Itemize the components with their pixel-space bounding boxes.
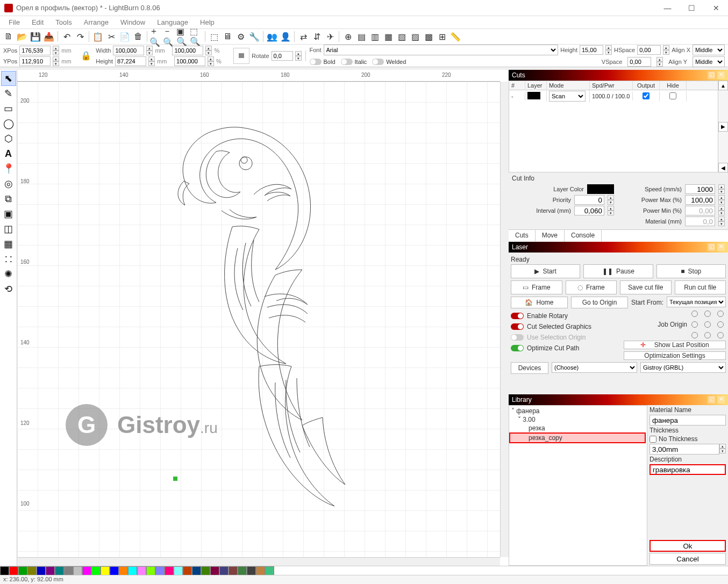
- menu-arrange[interactable]: Arrange: [78, 17, 114, 27]
- center-icon[interactable]: ⊕: [341, 30, 354, 43]
- frame-rect-button[interactable]: ▭Frame: [511, 280, 562, 294]
- measure-icon[interactable]: 📏: [449, 30, 462, 43]
- ok-button[interactable]: Ok: [650, 540, 726, 552]
- tab-cuts[interactable]: Cuts: [509, 230, 536, 242]
- palette-color[interactable]: [91, 566, 101, 575]
- layer-left-button[interactable]: ◀: [718, 163, 728, 172]
- palette-color[interactable]: [155, 566, 165, 575]
- menu-tools[interactable]: Tools: [50, 17, 77, 27]
- palette-color[interactable]: [201, 566, 210, 575]
- anchor-grid[interactable]: [233, 48, 249, 64]
- weld-tool-icon[interactable]: ▣: [1, 206, 16, 221]
- panel-close-icon[interactable]: ✕: [717, 71, 725, 79]
- palette-color[interactable]: [238, 566, 247, 575]
- cuts-row[interactable]: - Scan 1000.0 / 100.0: [509, 90, 718, 102]
- xpos-up[interactable]: ▴: [53, 46, 59, 51]
- zoom-out-icon[interactable]: －🔍: [163, 30, 176, 43]
- library-header[interactable]: Library ◱✕: [509, 394, 728, 405]
- ypos-up[interactable]: ▴: [53, 56, 59, 61]
- align-t-icon[interactable]: ▧: [395, 30, 408, 43]
- height-pct-input[interactable]: [174, 56, 205, 66]
- hspace-input[interactable]: [637, 45, 661, 55]
- marker-tool-icon[interactable]: 📍: [1, 161, 16, 176]
- alignx-select[interactable]: Middle: [693, 45, 725, 55]
- show-last-button[interactable]: ✛ Show Last Position: [624, 341, 726, 349]
- palette-color[interactable]: [0, 566, 9, 575]
- xpos-dn[interactable]: ▾: [53, 51, 59, 55]
- mode-select[interactable]: Scan: [549, 91, 586, 102]
- palette-color[interactable]: [165, 566, 174, 575]
- thickness-input[interactable]: [650, 444, 719, 455]
- no-thickness-checkbox[interactable]: [650, 436, 656, 443]
- palette-color[interactable]: [27, 566, 37, 575]
- palette-color[interactable]: [9, 566, 18, 575]
- palette-color[interactable]: [82, 566, 91, 575]
- material-input[interactable]: [685, 217, 715, 226]
- welded-toggle[interactable]: [372, 59, 384, 65]
- tree-root[interactable]: ˅ фанера: [510, 407, 646, 415]
- enable-rotary-toggle[interactable]: [511, 313, 524, 319]
- xpos-input[interactable]: [19, 46, 51, 55]
- palette-color[interactable]: [101, 566, 110, 575]
- palette-color[interactable]: [183, 566, 192, 575]
- flip-v-icon[interactable]: ⇵: [310, 30, 323, 43]
- send-icon[interactable]: ✈: [324, 30, 337, 43]
- new-icon[interactable]: 🗎: [2, 30, 15, 43]
- panel-close-icon[interactable]: ✕: [717, 396, 725, 403]
- palette-color[interactable]: [73, 566, 82, 575]
- layer-color-swatch[interactable]: [587, 184, 614, 194]
- frame-circ-button[interactable]: ◌Frame: [566, 280, 617, 294]
- layer-right-button[interactable]: ▶: [718, 122, 728, 132]
- mat-name-input[interactable]: [650, 415, 726, 426]
- text-tool-icon[interactable]: A: [1, 146, 16, 161]
- cut-selected-toggle[interactable]: [511, 323, 524, 330]
- bold-toggle[interactable]: [310, 59, 322, 65]
- aligny-select[interactable]: Middle: [693, 56, 725, 67]
- menu-edit[interactable]: Edit: [26, 17, 49, 27]
- align-l-icon[interactable]: ▤: [355, 30, 368, 43]
- panel-undock-icon[interactable]: ◱: [708, 396, 715, 403]
- ypos-dn[interactable]: ▾: [53, 61, 59, 66]
- output-checkbox[interactable]: [643, 92, 650, 99]
- save-icon[interactable]: 💾: [29, 30, 42, 43]
- close-button[interactable]: ✕: [704, 0, 728, 16]
- select-tool-icon[interactable]: ⬉: [1, 71, 16, 86]
- palette-color[interactable]: [64, 566, 73, 575]
- maximize-button[interactable]: ☐: [680, 0, 704, 16]
- palette-color[interactable]: [229, 566, 238, 575]
- palette-color[interactable]: [256, 566, 265, 575]
- palette-color[interactable]: [128, 566, 137, 575]
- polygon-tool-icon[interactable]: ⬡: [1, 131, 16, 146]
- tab-move[interactable]: Move: [536, 230, 565, 242]
- palette-color[interactable]: [46, 566, 55, 575]
- tree-leaf-2[interactable]: резка_copy: [509, 432, 646, 443]
- undo-icon[interactable]: ↶: [60, 30, 73, 43]
- scrollbar-v[interactable]: [500, 82, 509, 557]
- pmin-input[interactable]: [685, 206, 715, 215]
- lock-icon[interactable]: 🔒: [81, 51, 91, 61]
- grid-tool-icon[interactable]: ⸬: [1, 251, 16, 266]
- font-select[interactable]: Arial: [324, 45, 559, 55]
- rotate-input[interactable]: [272, 51, 293, 61]
- edit-nodes-icon[interactable]: ⟲: [1, 282, 16, 297]
- ellipse-tool-icon[interactable]: ◯: [1, 116, 16, 131]
- palette-color[interactable]: [18, 566, 27, 575]
- zoom-fit-icon[interactable]: ▣🔍: [176, 30, 189, 43]
- device-icon[interactable]: 🔧: [248, 30, 261, 43]
- menu-window[interactable]: Window: [115, 17, 151, 27]
- panel-undock-icon[interactable]: ◱: [708, 243, 715, 251]
- hide-checkbox[interactable]: [669, 92, 676, 99]
- palette-color[interactable]: [210, 566, 219, 575]
- delete-icon[interactable]: 🗑: [132, 30, 145, 43]
- bool-tool-icon[interactable]: ◫: [1, 221, 16, 236]
- use-selection-toggle[interactable]: [511, 334, 524, 341]
- settings-icon[interactable]: ⚙: [234, 30, 247, 43]
- vspace-input[interactable]: [627, 57, 651, 67]
- palette-color[interactable]: [219, 566, 229, 575]
- desc-input[interactable]: [650, 464, 726, 475]
- distribute-icon[interactable]: ⊞: [436, 30, 448, 43]
- palette-color[interactable]: [110, 566, 119, 575]
- zoom-sel-icon[interactable]: ⬚🔍: [190, 30, 203, 43]
- cancel-button[interactable]: Cancel: [650, 553, 726, 565]
- opt-settings-button[interactable]: Optimization Settings: [624, 351, 726, 360]
